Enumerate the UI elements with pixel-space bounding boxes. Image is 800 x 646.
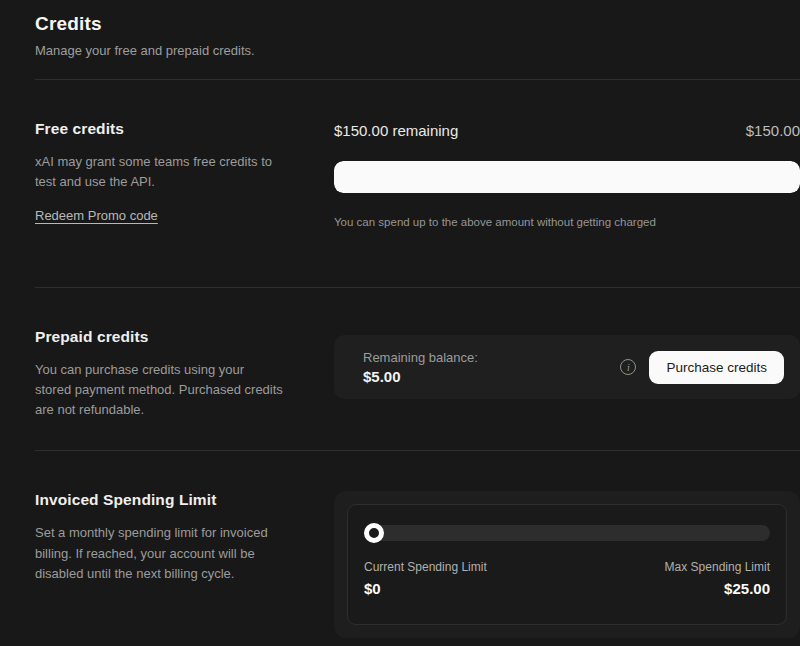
purchase-credits-button[interactable]: Purchase credits [649, 351, 784, 384]
prepaid-credits-info: Prepaid credits You can purchase credits… [35, 328, 334, 420]
free-credits-info: Free credits xAI may grant some teams fr… [35, 120, 334, 228]
free-credits-description: xAI may grant some teams free credits to… [35, 152, 283, 192]
prepaid-credits-section: Prepaid credits You can purchase credits… [0, 288, 800, 450]
redeem-promo-code-link[interactable]: Redeem Promo code [35, 208, 158, 223]
invoiced-limit-section: Invoiced Spending Limit Set a monthly sp… [0, 451, 800, 638]
prepaid-balance-card: Remaining balance: $5.00 i Purchase cred… [334, 335, 800, 399]
info-icon[interactable]: i [620, 359, 636, 375]
limit-labels: Current Spending Limit $0 Max Spending L… [364, 560, 770, 597]
page-subtitle: Manage your free and prepaid credits. [35, 43, 797, 58]
spending-limit-card: Current Spending Limit $0 Max Spending L… [334, 491, 800, 638]
spend-note: You can spend up to the above amount wit… [334, 216, 800, 228]
current-limit: Current Spending Limit $0 [364, 560, 487, 597]
remaining-balance-label: Remaining balance: [363, 350, 478, 365]
remaining-balance-value: $5.00 [363, 368, 478, 385]
prepaid-credits-heading: Prepaid credits [35, 328, 334, 346]
max-limit-label: Max Spending Limit [665, 560, 770, 574]
prepaid-credits-panel: Remaining balance: $5.00 i Purchase cred… [334, 328, 800, 420]
free-credits-progress-bar [334, 161, 800, 193]
remaining-amount-label: $150.00 remaining [334, 122, 458, 139]
free-credits-section: Free credits xAI may grant some teams fr… [0, 80, 800, 287]
max-limit: Max Spending Limit $25.00 [665, 560, 770, 597]
slider-track[interactable] [364, 525, 770, 541]
page-title: Credits [35, 13, 797, 35]
total-amount-label: $150.00 [746, 122, 800, 139]
invoiced-limit-description: Set a monthly spending limit for invoice… [35, 523, 283, 583]
free-credits-heading: Free credits [35, 120, 334, 138]
spending-limit-slider[interactable] [364, 523, 770, 543]
free-credits-bar-header: $150.00 remaining $150.00 [334, 120, 800, 139]
spending-limit-card-inner: Current Spending Limit $0 Max Spending L… [347, 504, 787, 625]
prepaid-credits-description: You can purchase credits using your stor… [35, 360, 283, 420]
free-credits-progress-fill [334, 161, 800, 193]
balance-actions: i Purchase credits [620, 351, 784, 384]
invoiced-limit-info: Invoiced Spending Limit Set a monthly sp… [35, 491, 334, 638]
current-limit-value: $0 [364, 580, 487, 597]
credits-page: Credits Manage your free and prepaid cre… [0, 0, 800, 646]
invoiced-limit-panel: Current Spending Limit $0 Max Spending L… [334, 491, 800, 638]
max-limit-value: $25.00 [665, 580, 770, 597]
page-header: Credits Manage your free and prepaid cre… [35, 0, 797, 58]
balance-text: Remaining balance: $5.00 [363, 350, 478, 385]
invoiced-limit-heading: Invoiced Spending Limit [35, 491, 334, 509]
current-limit-label: Current Spending Limit [364, 560, 487, 574]
free-credits-panel: $150.00 remaining $150.00 You can spend … [334, 120, 800, 228]
